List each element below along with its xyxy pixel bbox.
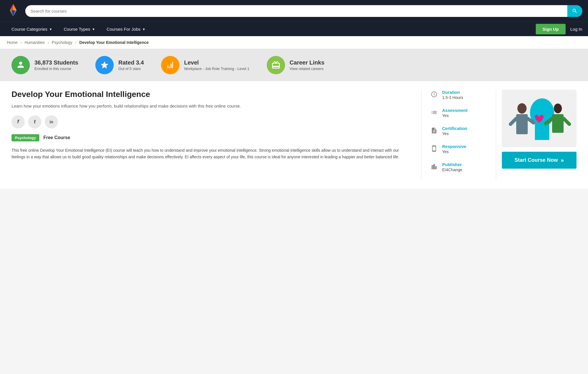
search-input[interactable]: [25, 5, 582, 17]
right-column: Start Course Now »: [496, 90, 577, 180]
detail-certification: Certification Yes: [430, 126, 487, 136]
twitter-icon[interactable]: t: [28, 115, 41, 128]
stat-careers-text: Career Links View related careers: [290, 59, 324, 71]
stats-bar: 36,873 Students Enrolled in this course …: [0, 49, 588, 81]
duration-text: Duration 1.5-3 Hours: [442, 90, 463, 100]
svg-rect-7: [535, 123, 549, 140]
certification-text: Certification Yes: [442, 126, 467, 136]
certification-value: Yes: [442, 131, 467, 136]
students-sub: Enrolled in this course: [34, 67, 78, 71]
free-course-label: Free Course: [43, 135, 70, 140]
category-tag[interactable]: Psychology: [11, 134, 39, 141]
course-description: Learn how your emotions influence how yo…: [11, 103, 410, 110]
logo: [6, 3, 21, 18]
social-icons: f t in: [11, 115, 410, 128]
nav-item-course-types[interactable]: Course Types ▼: [58, 22, 101, 36]
students-count: 36,873 Students: [34, 59, 78, 66]
secondary-nav: Course Categories ▼ Course Types ▼ Cours…: [0, 22, 588, 36]
duration-label: Duration: [442, 90, 463, 95]
breadcrumb-humanities[interactable]: Humanities: [25, 40, 45, 45]
assessment-label: Assessment: [442, 108, 467, 113]
login-link[interactable]: Log In: [570, 27, 582, 32]
breadcrumb-psychology[interactable]: Psychology: [52, 40, 72, 45]
certification-label: Certification: [442, 126, 467, 131]
start-course-label: Start Course Now: [514, 157, 558, 163]
detail-responsive: Responsive Yes: [430, 144, 487, 154]
search-button[interactable]: [567, 5, 582, 17]
rating-value: Rated 3.4: [118, 59, 144, 66]
careers-title: Career Links: [290, 59, 324, 66]
arrows-icon: »: [561, 157, 564, 163]
detail-duration: Duration 1.5-3 Hours: [430, 90, 487, 100]
search-wrap: [25, 5, 582, 17]
chevron-down-icon: ▼: [142, 28, 146, 31]
tags-row: Psychology Free Course: [11, 134, 410, 141]
start-course-button[interactable]: Start Course Now »: [502, 152, 577, 169]
responsive-value: Yes: [442, 149, 466, 154]
level-title: Level: [184, 59, 249, 66]
rating-icon: [95, 56, 114, 74]
svg-marker-0: [10, 4, 13, 10]
career-icon: [267, 56, 285, 74]
left-column: Develop Your Emotional Intelligence Lear…: [11, 90, 421, 180]
assessment-icon: [430, 108, 438, 116]
course-body-text: This free online Develop Your Emotional …: [11, 147, 410, 161]
breadcrumb-home[interactable]: Home: [7, 40, 18, 45]
responsive-text: Responsive Yes: [442, 144, 466, 154]
top-bar: [0, 0, 588, 22]
nav-item-courses-for-jobs[interactable]: Courses For Jobs ▼: [101, 22, 151, 36]
stat-level-text: Level Workplace - Job Role Training - Le…: [184, 59, 249, 71]
stat-rating: Rated 3.4 Out of 5 stars: [95, 56, 144, 74]
careers-sub: View related careers: [290, 67, 324, 71]
students-icon: [11, 56, 30, 74]
mid-column: Duration 1.5-3 Hours Assessment Yes: [421, 90, 496, 180]
stat-careers: Career Links View related careers: [267, 56, 324, 74]
publisher-value: EI4Change: [442, 167, 462, 172]
signup-button[interactable]: Sign Up: [536, 24, 566, 34]
detail-assessment: Assessment Yes: [430, 108, 487, 118]
publisher-label: Publisher: [442, 162, 462, 167]
mobile-icon: [430, 145, 438, 153]
building-icon: [430, 163, 438, 171]
breadcrumb: Home › Humanities › Psychology › Develop…: [0, 36, 588, 49]
level-icon: [161, 56, 179, 74]
svg-point-8: [517, 103, 527, 114]
linkedin-icon[interactable]: in: [45, 115, 58, 128]
level-sub: Workplace - Job Role Training - Level 1: [184, 67, 249, 71]
svg-marker-1: [13, 4, 17, 10]
responsive-label: Responsive: [442, 144, 466, 149]
assessment-value: Yes: [442, 113, 467, 118]
chevron-down-icon: ▼: [49, 28, 52, 31]
nav-item-course-categories[interactable]: Course Categories ▼: [6, 22, 58, 36]
stat-students: 36,873 Students Enrolled in this course: [11, 56, 78, 74]
stat-level: Level Workplace - Job Role Training - Le…: [161, 56, 249, 74]
nav-right: Sign Up Log In: [536, 24, 582, 34]
svg-rect-9: [516, 114, 528, 134]
duration-value: 1.5-3 Hours: [442, 95, 463, 100]
certification-icon: [430, 126, 438, 135]
svg-rect-13: [552, 114, 564, 133]
clock-icon: [430, 90, 438, 98]
publisher-text: Publisher EI4Change: [442, 162, 462, 172]
course-image: [502, 90, 577, 147]
detail-publisher: Publisher EI4Change: [430, 162, 487, 172]
rating-sub: Out of 5 stars: [118, 67, 144, 71]
nav-left: Course Categories ▼ Course Types ▼ Cours…: [6, 22, 151, 36]
stat-rating-text: Rated 3.4 Out of 5 stars: [118, 59, 144, 71]
assessment-text: Assessment Yes: [442, 108, 467, 118]
course-title: Develop Your Emotional Intelligence: [11, 90, 410, 99]
facebook-icon[interactable]: f: [11, 115, 25, 128]
breadcrumb-current: Develop Your Emotional Intelligence: [79, 40, 148, 45]
chevron-down-icon: ▼: [92, 28, 95, 31]
svg-point-12: [554, 104, 562, 113]
main-content: Develop Your Emotional Intelligence Lear…: [0, 81, 588, 189]
stat-students-text: 36,873 Students Enrolled in this course: [34, 59, 78, 71]
